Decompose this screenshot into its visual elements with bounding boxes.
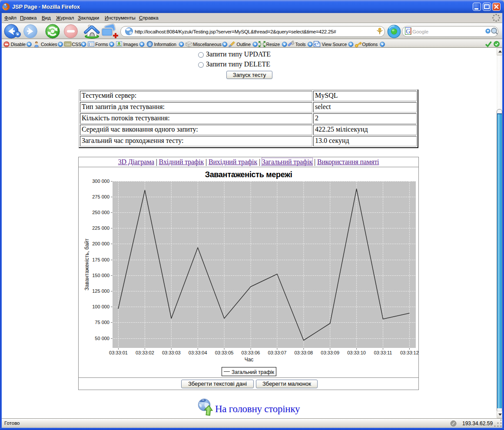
svg-text:Завантаженість, байт: Завантаженість, байт bbox=[84, 238, 90, 291]
svg-text:225 000: 225 000 bbox=[92, 225, 109, 231]
svg-text:275 000: 275 000 bbox=[92, 194, 109, 199]
svg-text:css: css bbox=[66, 43, 70, 46]
svg-text:125 000: 125 000 bbox=[92, 288, 109, 294]
svg-text:Час: Час bbox=[245, 357, 254, 363]
svg-text:75 000: 75 000 bbox=[95, 320, 109, 325]
svg-text:100 000: 100 000 bbox=[92, 304, 109, 309]
svg-text:200 000: 200 000 bbox=[92, 241, 109, 246]
svg-text:03:33:05: 03:33:05 bbox=[215, 350, 234, 355]
svg-text:03:33:12: 03:33:12 bbox=[400, 350, 419, 355]
svg-text:03:33:06: 03:33:06 bbox=[242, 350, 260, 355]
svg-text:150 000: 150 000 bbox=[92, 273, 109, 278]
svg-text:G: G bbox=[406, 28, 410, 35]
svg-text:175 000: 175 000 bbox=[92, 257, 109, 262]
svg-text:300 000: 300 000 bbox=[92, 179, 109, 184]
svg-text:03:33:08: 03:33:08 bbox=[294, 350, 313, 355]
svg-text:03:33:11: 03:33:11 bbox=[374, 350, 392, 355]
svg-text:250 000: 250 000 bbox=[92, 210, 109, 215]
svg-text:i: i bbox=[149, 42, 150, 46]
svg-text:50 000: 50 000 bbox=[95, 336, 109, 341]
svg-text:03:33:07: 03:33:07 bbox=[268, 350, 286, 355]
svg-text:03:33:01: 03:33:01 bbox=[109, 350, 128, 355]
svg-text:03:33:04: 03:33:04 bbox=[189, 350, 207, 355]
svg-text:03:33:09: 03:33:09 bbox=[321, 350, 339, 355]
svg-text:03:33:02: 03:33:02 bbox=[136, 350, 154, 355]
svg-text:03:33:10: 03:33:10 bbox=[347, 350, 366, 355]
svg-text:03:33:03: 03:33:03 bbox=[162, 350, 181, 355]
